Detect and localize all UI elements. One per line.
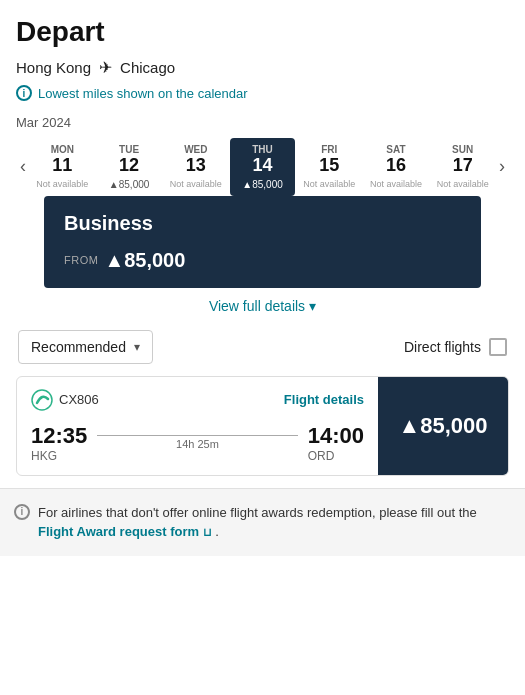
calendar-day-wed[interactable]: WED 13 Not available [163, 138, 228, 196]
duration-text: 14h 25m [176, 438, 219, 450]
business-class-title: Business [64, 212, 461, 235]
calendar-day-sun[interactable]: SUN 17 Not available [430, 138, 495, 196]
depart-airport: HKG [31, 449, 87, 463]
day-label-sun: SUN [452, 144, 473, 155]
destination-city: Chicago [120, 59, 175, 76]
airline-row: CX806 [31, 389, 99, 411]
chevron-down-icon: ▾ [309, 298, 316, 314]
depart-block: 12:35 HKG [31, 423, 87, 463]
flight-duration: 14h 25m [97, 435, 297, 450]
calendar-wrapper: ‹ MON 11 Not available TUE 12 ▲85,000 WE… [16, 138, 509, 196]
duration-line [97, 435, 297, 436]
flight-card: CX806 Flight details 12:35 HKG 14h 25m 1… [16, 376, 509, 476]
flight-award-link-text: Flight Award request form [38, 524, 199, 539]
view-details-button[interactable]: View full details ▾ [209, 298, 316, 314]
flight-price-panel[interactable]: ▲85,000 [378, 377, 508, 475]
bottom-info-period: . [215, 524, 219, 539]
day-unavail-sun: Not available [437, 179, 489, 189]
calendar-days: MON 11 Not available TUE 12 ▲85,000 WED … [30, 138, 495, 196]
bottom-info-icon: i [14, 504, 30, 520]
day-number-mon: 11 [52, 155, 72, 177]
day-label-thu: THU [252, 144, 273, 155]
day-label-mon: MON [51, 144, 74, 155]
info-banner: i Lowest miles shown on the calendar [16, 85, 509, 101]
day-label-wed: WED [184, 144, 207, 155]
direct-flights-row: Direct flights [404, 338, 507, 356]
day-number-wed: 13 [186, 155, 206, 177]
depart-time: 12:35 [31, 423, 87, 449]
page-title: Depart [16, 16, 509, 48]
page-container: Depart Hong Kong ✈ Chicago i Lowest mile… [0, 0, 525, 476]
plane-icon: ✈ [99, 58, 112, 77]
bottom-info-text: For airlines that don't offer online fli… [38, 503, 511, 542]
day-price-thu: ▲85,000 [242, 179, 282, 190]
view-details-label: View full details [209, 298, 305, 314]
recommended-label: Recommended [31, 339, 126, 355]
info-icon: i [16, 85, 32, 101]
arrive-block: 14:00 ORD [308, 423, 364, 463]
calendar-prev-button[interactable]: ‹ [16, 152, 30, 181]
arrive-time: 14:00 [308, 423, 364, 449]
flight-details-link[interactable]: Flight details [284, 392, 364, 407]
calendar-day-sat[interactable]: SAT 16 Not available [364, 138, 429, 196]
recommended-dropdown[interactable]: Recommended ▾ [18, 330, 153, 364]
svg-point-0 [32, 390, 52, 410]
filter-chevron-icon: ▾ [134, 340, 140, 354]
bottom-info-static-text: For airlines that don't offer online fli… [38, 505, 477, 520]
calendar-day-tue[interactable]: TUE 12 ▲85,000 [97, 138, 162, 196]
view-details-row: View full details ▾ [16, 298, 509, 314]
calendar-day-mon[interactable]: MON 11 Not available [30, 138, 95, 196]
flight-times: 12:35 HKG 14h 25m 14:00 ORD [31, 423, 364, 463]
day-label-tue: TUE [119, 144, 139, 155]
day-unavail-fri: Not available [303, 179, 355, 189]
calendar-next-button[interactable]: › [495, 152, 509, 181]
business-price: ▲85,000 [104, 249, 185, 272]
filter-row: Recommended ▾ Direct flights [16, 330, 509, 364]
business-card: Business FROM ▲85,000 [44, 196, 481, 288]
day-number-sun: 17 [453, 155, 473, 177]
flight-card-left: CX806 Flight details 12:35 HKG 14h 25m 1… [17, 377, 378, 475]
arrive-airport: ORD [308, 449, 364, 463]
info-banner-text: Lowest miles shown on the calendar [38, 86, 248, 101]
day-price-tue: ▲85,000 [109, 179, 149, 190]
day-label-sat: SAT [386, 144, 405, 155]
direct-flights-checkbox[interactable] [489, 338, 507, 356]
day-label-fri: FRI [321, 144, 337, 155]
flight-header: CX806 Flight details [31, 389, 364, 411]
flight-award-link[interactable]: Flight Award request form ⊔ [38, 524, 215, 539]
bottom-info-bar: i For airlines that don't offer online f… [0, 488, 525, 556]
day-number-sat: 16 [386, 155, 406, 177]
calendar-day-fri[interactable]: FRI 15 Not available [297, 138, 362, 196]
origin-city: Hong Kong [16, 59, 91, 76]
external-link-icon: ⊔ [203, 526, 212, 538]
day-number-thu: 14 [253, 155, 273, 177]
business-from-label: FROM [64, 254, 98, 266]
day-unavail-sat: Not available [370, 179, 422, 189]
flight-price: ▲85,000 [398, 413, 487, 439]
direct-flights-label: Direct flights [404, 339, 481, 355]
day-number-fri: 15 [319, 155, 339, 177]
calendar-day-thu[interactable]: THU 14 ▲85,000 [230, 138, 295, 196]
day-unavail-mon: Not available [36, 179, 88, 189]
month-label: Mar 2024 [16, 115, 509, 130]
day-unavail-wed: Not available [170, 179, 222, 189]
day-number-tue: 12 [119, 155, 139, 177]
flight-number: CX806 [59, 392, 99, 407]
business-price-row: FROM ▲85,000 [64, 249, 461, 272]
route-row: Hong Kong ✈ Chicago [16, 58, 509, 77]
cathay-logo [31, 389, 53, 411]
